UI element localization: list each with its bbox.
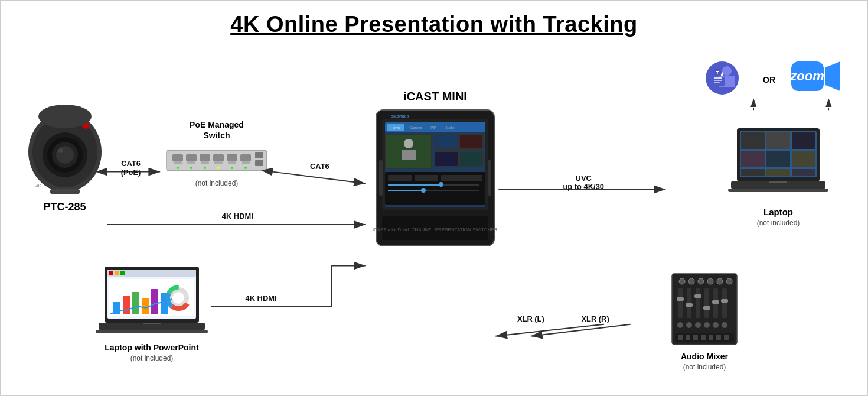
svg-rect-119 bbox=[143, 323, 161, 324]
svg-text:4K HDMI: 4K HDMI bbox=[222, 212, 253, 220]
ptc285-image: datavideo 4K bbox=[24, 102, 106, 196]
diagram-area: T T zoom OR bbox=[1, 54, 867, 395]
laptop-powerpoint: Laptop with PowerPoint (not included) bbox=[93, 264, 211, 362]
svg-rect-34 bbox=[174, 161, 182, 164]
svg-rect-39 bbox=[242, 161, 250, 164]
svg-rect-88 bbox=[766, 132, 790, 149]
svg-rect-33 bbox=[240, 154, 251, 161]
svg-rect-71 bbox=[388, 175, 412, 181]
poe-switch-image bbox=[164, 145, 270, 175]
svg-point-140 bbox=[686, 322, 692, 328]
poe-switch: PoE Managed Switch bbox=[161, 119, 273, 187]
svg-rect-134 bbox=[686, 303, 693, 307]
svg-rect-83 bbox=[379, 160, 383, 196]
svg-rect-89 bbox=[792, 132, 815, 149]
svg-rect-93 bbox=[741, 169, 765, 176]
svg-text:PIP: PIP bbox=[430, 126, 436, 129]
svg-rect-148 bbox=[693, 335, 698, 340]
teams-icon: T T bbox=[704, 60, 740, 96]
svg-point-21 bbox=[58, 148, 63, 153]
mixer-image bbox=[669, 271, 740, 348]
svg-rect-38 bbox=[228, 161, 236, 164]
svg-rect-102 bbox=[109, 271, 113, 275]
svg-rect-78 bbox=[388, 190, 423, 191]
svg-rect-92 bbox=[792, 151, 815, 167]
svg-rect-108 bbox=[132, 292, 139, 314]
svg-rect-32 bbox=[227, 154, 237, 161]
svg-point-125 bbox=[717, 278, 723, 284]
svg-point-141 bbox=[695, 322, 701, 328]
svg-point-26 bbox=[38, 105, 92, 128]
svg-rect-30 bbox=[200, 154, 210, 161]
icast-label: iCAST MINI bbox=[367, 90, 503, 103]
svg-rect-135 bbox=[694, 294, 701, 298]
svg-rect-137 bbox=[712, 300, 719, 304]
svg-text:XLR (R): XLR (R) bbox=[581, 314, 609, 323]
icast-image: Home Camera PIP Audio bbox=[370, 107, 500, 267]
icast-mini: iCAST MINI Home Camera PIP Audio bbox=[367, 90, 503, 269]
laptop-right-not-included: (not included) bbox=[722, 219, 834, 227]
svg-rect-98 bbox=[769, 181, 787, 183]
or-text: OR bbox=[763, 75, 775, 85]
svg-rect-25 bbox=[50, 189, 80, 194]
svg-rect-151 bbox=[716, 335, 721, 340]
svg-point-41 bbox=[190, 167, 192, 169]
svg-text:T: T bbox=[716, 70, 719, 76]
svg-rect-133 bbox=[677, 297, 684, 301]
svg-point-142 bbox=[704, 322, 710, 328]
svg-rect-149 bbox=[701, 335, 706, 340]
svg-rect-103 bbox=[115, 271, 119, 275]
svg-rect-118 bbox=[96, 330, 208, 333]
svg-rect-95 bbox=[792, 169, 815, 176]
svg-point-20 bbox=[56, 146, 74, 164]
svg-rect-107 bbox=[123, 296, 130, 314]
svg-text:4K: 4K bbox=[35, 183, 41, 189]
ptc-camera: datavideo 4K PTC-285 bbox=[19, 102, 110, 213]
svg-text:UVC: UVC bbox=[576, 174, 592, 183]
svg-text:Audio: Audio bbox=[445, 126, 455, 129]
svg-text:Camera: Camera bbox=[409, 126, 422, 129]
svg-rect-150 bbox=[709, 335, 713, 340]
svg-point-122 bbox=[688, 278, 694, 284]
svg-line-160 bbox=[273, 172, 366, 184]
svg-point-44 bbox=[231, 167, 233, 169]
svg-point-123 bbox=[698, 278, 704, 284]
svg-text:XLR (L): XLR (L) bbox=[517, 314, 544, 323]
svg-marker-14 bbox=[825, 61, 840, 91]
zoom-icon: zoom bbox=[790, 60, 837, 90]
svg-rect-147 bbox=[686, 335, 690, 340]
svg-point-124 bbox=[707, 278, 713, 284]
svg-rect-65 bbox=[435, 135, 458, 148]
laptop-pp-image bbox=[96, 264, 208, 340]
svg-text:(PoE): (PoE) bbox=[121, 168, 141, 177]
svg-point-139 bbox=[677, 322, 683, 328]
laptop-right-image bbox=[725, 125, 831, 202]
svg-rect-129 bbox=[696, 288, 700, 318]
ptc285-label: PTC-285 bbox=[19, 201, 110, 213]
svg-rect-7 bbox=[714, 80, 722, 81]
svg-rect-127 bbox=[678, 288, 683, 318]
svg-rect-29 bbox=[186, 154, 197, 161]
svg-rect-87 bbox=[741, 132, 765, 149]
svg-rect-109 bbox=[142, 298, 149, 314]
svg-rect-75 bbox=[388, 184, 441, 186]
svg-rect-31 bbox=[213, 154, 224, 161]
svg-point-2 bbox=[722, 66, 732, 76]
mixer-label: Audio Mixer bbox=[660, 352, 749, 361]
svg-rect-8 bbox=[714, 82, 720, 83]
laptop-pp-not-included: (not included) bbox=[93, 354, 211, 362]
svg-rect-94 bbox=[766, 169, 790, 176]
svg-rect-84 bbox=[488, 160, 491, 196]
svg-rect-6 bbox=[714, 77, 722, 79]
svg-rect-91 bbox=[766, 151, 790, 167]
svg-text:4K HDMI: 4K HDMI bbox=[246, 294, 277, 303]
laptop-right-label: Laptop bbox=[722, 207, 834, 217]
svg-rect-110 bbox=[151, 289, 158, 314]
audio-mixer: Audio Mixer (not included) bbox=[660, 271, 749, 371]
svg-line-170 bbox=[495, 324, 604, 336]
svg-rect-138 bbox=[721, 299, 728, 303]
svg-point-79 bbox=[421, 188, 426, 193]
svg-text:datavideo: datavideo bbox=[391, 114, 409, 118]
main-container: 4K Online Presentation with Tracking T T bbox=[0, 0, 868, 396]
laptop-pp-label: Laptop with PowerPoint bbox=[93, 343, 211, 352]
